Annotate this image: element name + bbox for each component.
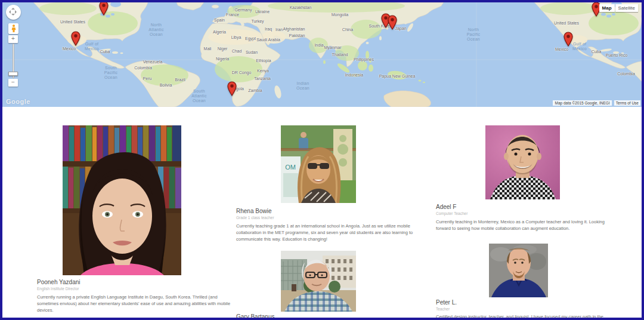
pegman-icon xyxy=(11,24,17,33)
profile-bio-peter: Certified design instructor, teacher, an… xyxy=(436,313,618,320)
zoom-in-button[interactable]: + xyxy=(8,35,18,43)
profile-name-gary: Gary Bartanus xyxy=(236,313,274,320)
map-pan-control[interactable] xyxy=(6,5,21,20)
zoom-out-button[interactable]: − xyxy=(8,79,18,87)
pan-down-icon[interactable] xyxy=(11,14,15,17)
world-map[interactable]: United StatesMexicoCubaVenezuelaColombia… xyxy=(2,2,642,107)
profile-title-adeel: Computer Teacher xyxy=(436,211,467,216)
map-marker[interactable] xyxy=(227,81,237,96)
profile-photo-rhena: OM xyxy=(281,125,356,203)
profile-name-adeel: Adeel F xyxy=(436,204,456,210)
profile-bio-rhena: Currently teaching grade 1 at an interna… xyxy=(236,223,415,242)
map-marker[interactable] xyxy=(99,2,109,16)
profile-photo-adeel xyxy=(485,125,560,199)
map-marker[interactable] xyxy=(388,15,397,30)
map-marker[interactable] xyxy=(71,31,80,46)
pan-left-icon[interactable] xyxy=(7,10,11,14)
profile-title-peter: Teacher xyxy=(436,307,450,311)
google-logo[interactable]: Google xyxy=(6,98,30,105)
map-type-control: Map Satellite xyxy=(599,4,638,12)
zoom-slider-thumb[interactable] xyxy=(8,72,18,76)
map-continents xyxy=(2,2,642,107)
map-type-map-button[interactable]: Map xyxy=(599,4,615,12)
profile-name-rhena: Rhena Bowie xyxy=(236,208,271,214)
map-marker[interactable] xyxy=(564,32,573,47)
profile-title-rhena: Grade 1 class teacher xyxy=(236,216,274,220)
terms-of-use-link[interactable]: Terms of Use xyxy=(614,100,640,106)
profile-title-pooneh: English Institute Director xyxy=(37,287,79,291)
map-data-text: Map data ©2015 Google, INEGI xyxy=(553,100,611,106)
map-attribution: Map data ©2015 Google, INEGI Terms of Us… xyxy=(553,100,640,106)
page: United StatesMexicoCubaVenezuelaColombia… xyxy=(0,0,644,320)
profile-photo-gary xyxy=(281,251,356,312)
profile-photo-peter xyxy=(489,244,548,297)
profile-name-pooneh: Pooneh Yazdani xyxy=(37,279,80,285)
profile-bio-adeel: Currently teaching in Monterrey, Mexico … xyxy=(436,219,618,232)
profile-photo-pooneh xyxy=(63,125,181,275)
profile-bio-pooneh: Currently running a private English Lang… xyxy=(37,294,233,313)
pan-up-icon[interactable] xyxy=(11,6,15,10)
street-view-pegman[interactable] xyxy=(8,23,18,34)
profile-name-peter: Peter L. xyxy=(436,299,457,306)
pan-right-icon[interactable] xyxy=(15,10,18,14)
svg-text:OM: OM xyxy=(285,164,296,171)
map-type-satellite-button[interactable]: Satellite xyxy=(615,4,638,12)
